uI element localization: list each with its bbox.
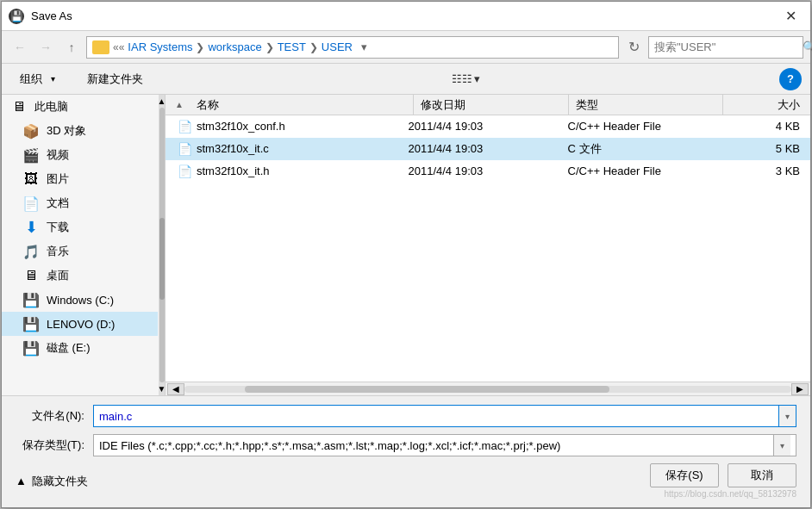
sidebar-item-lenovo-d[interactable]: 💾 LENOVO (D:) bbox=[2, 312, 158, 336]
sidebar-item-music-label: 音乐 bbox=[47, 244, 69, 259]
file-type-1: C 文件 bbox=[561, 141, 721, 157]
cancel-button[interactable]: 取消 bbox=[728, 463, 796, 487]
sidebar-item-documents[interactable]: 📄 文档 bbox=[2, 191, 158, 215]
sidebar-item-pictures-label: 图片 bbox=[47, 171, 69, 187]
filetype-select[interactable]: IDE Files (*.c;*.cpp;*.cc;*.h;*.hpp;*.s*… bbox=[93, 434, 796, 456]
toolbar: 组织 ▾ 新建文件夹 ☷☷ ▾ ? bbox=[2, 64, 810, 95]
hide-folders-button[interactable]: ▲ 隐藏文件夹 bbox=[16, 474, 88, 489]
disk-e-icon: 💾 bbox=[22, 339, 40, 357]
save-button[interactable]: 保存(S) bbox=[650, 463, 719, 487]
documents-icon: 📄 bbox=[22, 195, 40, 212]
file-size-2: 3 KB bbox=[721, 164, 808, 177]
table-row[interactable]: 📄 stm32f10x_it.c 2011/4/4 19:03 C 文件 5 K… bbox=[166, 138, 810, 160]
sidebar-item-disk-e-label: 磁盘 (E:) bbox=[47, 340, 91, 356]
search-icon: 🔍 bbox=[803, 40, 812, 53]
lenovo-d-icon: 💾 bbox=[22, 315, 40, 332]
file-list-body[interactable]: 📄 stm32f10x_conf.h 2011/4/4 19:03 C/C++ … bbox=[166, 115, 810, 382]
file-size-1: 5 KB bbox=[721, 142, 808, 155]
filename-input-wrapper: ▾ bbox=[93, 405, 796, 427]
sidebar-item-3d-objects[interactable]: 📦 3D 对象 bbox=[2, 119, 158, 143]
video-icon: 🎬 bbox=[22, 146, 40, 164]
file-date-1: 2011/4/4 19:03 bbox=[402, 142, 561, 155]
table-row[interactable]: 📄 stm32f10x_conf.h 2011/4/4 19:03 C/C++ … bbox=[166, 115, 810, 138]
filename-label: 文件名(N): bbox=[16, 408, 93, 424]
windows-c-icon: 💾 bbox=[22, 291, 40, 308]
filename-input[interactable] bbox=[93, 405, 779, 427]
sidebar-scroll-down[interactable]: ▼ bbox=[158, 384, 166, 394]
search-input[interactable] bbox=[654, 40, 799, 53]
file-name-2: 📄 stm32f10x_it.h bbox=[169, 163, 402, 180]
breadcrumb-part-2[interactable]: TEST bbox=[278, 40, 306, 53]
file-icon-1: 📄 bbox=[176, 140, 193, 158]
sidebar-item-this-pc-label: 此电脑 bbox=[34, 99, 68, 115]
breadcrumb-part-1[interactable]: workspace bbox=[208, 40, 261, 53]
sidebar-item-windows-c[interactable]: 💾 Windows (C:) bbox=[2, 288, 158, 312]
close-button[interactable]: ✕ bbox=[778, 5, 803, 28]
breadcrumb-part-0[interactable]: IAR Systems bbox=[128, 40, 192, 53]
sidebar-item-this-pc[interactable]: 🖥 此电脑 bbox=[2, 95, 158, 119]
sidebar-item-desktop-label: 桌面 bbox=[47, 268, 69, 283]
col-header-date[interactable]: 修改日期 bbox=[414, 95, 568, 115]
h-scroll-right[interactable]: ▶ bbox=[791, 383, 809, 395]
breadcrumb-folder-icon bbox=[92, 40, 109, 54]
save-as-dialog: Save As ✕ ← → ↑ «« IAR Systems ❯ workspa… bbox=[1, 1, 811, 508]
filename-dropdown[interactable]: ▾ bbox=[779, 405, 796, 427]
col-header-size[interactable]: 大小 bbox=[723, 95, 807, 115]
file-list: ▲ 名称 修改日期 类型 大小 📄 bbox=[166, 95, 810, 395]
breadcrumb-part-3[interactable]: USER bbox=[322, 40, 353, 53]
sidebar-item-desktop[interactable]: 🖥 桌面 bbox=[2, 264, 158, 288]
col-header-name[interactable]: 名称 bbox=[190, 95, 414, 115]
file-list-header: ▲ 名称 修改日期 类型 大小 bbox=[166, 95, 810, 115]
forward-button[interactable]: → bbox=[34, 36, 57, 59]
sidebar-item-3d-label: 3D 对象 bbox=[47, 123, 86, 139]
sidebar-item-disk-e[interactable]: 💾 磁盘 (E:) bbox=[2, 336, 158, 360]
breadcrumb-dropdown[interactable]: ▾ bbox=[356, 36, 373, 59]
col-header-type[interactable]: 类型 bbox=[569, 95, 723, 115]
back-button[interactable]: ← bbox=[9, 36, 31, 59]
nav-bar: ← → ↑ «« IAR Systems ❯ workspace ❯ TEST … bbox=[2, 31, 810, 64]
sidebar-item-windows-c-label: Windows (C:) bbox=[47, 294, 114, 307]
bottom-section: 文件名(N): ▾ 保存类型(T): IDE Files (*.c;*.cpp;… bbox=[2, 395, 810, 507]
filename-row: 文件名(N): ▾ bbox=[16, 405, 796, 427]
sidebar: ▲ ▼ 🖥 此电脑 📦 3D 对象 🎬 视频 bbox=[2, 95, 166, 395]
organize-button[interactable]: 组织 ▾ bbox=[10, 67, 69, 91]
dialog-icon bbox=[9, 9, 24, 24]
sidebar-item-music[interactable]: 🎵 音乐 bbox=[2, 239, 158, 264]
sidebar-item-pictures[interactable]: 🖼 图片 bbox=[2, 167, 158, 191]
sidebar-item-downloads[interactable]: ⬇ 下载 bbox=[2, 215, 158, 239]
downloads-icon: ⬇ bbox=[22, 219, 40, 236]
file-icon-0: 📄 bbox=[176, 118, 193, 135]
filetype-value: IDE Files (*.c;*.cpp;*.cc;*.h;*.hpp;*.s*… bbox=[99, 439, 773, 452]
new-folder-button[interactable]: 新建文件夹 bbox=[78, 67, 153, 91]
sidebar-scroll[interactable]: 🖥 此电脑 📦 3D 对象 🎬 视频 🖼 图片 📄 文档 bbox=[2, 95, 165, 395]
up-button[interactable]: ↑ bbox=[60, 36, 83, 59]
file-name-0: 📄 stm32f10x_conf.h bbox=[169, 118, 402, 135]
table-row[interactable]: 📄 stm32f10x_it.h 2011/4/4 19:03 C/C++ He… bbox=[166, 160, 810, 183]
h-scroll-left[interactable]: ◀ bbox=[167, 383, 184, 395]
pictures-icon: 🖼 bbox=[22, 171, 40, 188]
filetype-row: 保存类型(T): IDE Files (*.c;*.cpp;*.cc;*.h;*… bbox=[16, 434, 796, 456]
buttons-row: ▲ 隐藏文件夹 保存(S) 取消 https://blog.csdn.net/q… bbox=[16, 463, 796, 499]
file-date-2: 2011/4/4 19:03 bbox=[402, 164, 561, 177]
file-type-2: C/C++ Header File bbox=[561, 164, 721, 177]
view-icon: ☷☷ bbox=[452, 72, 472, 85]
view-button[interactable]: ☷☷ ▾ bbox=[446, 68, 486, 90]
sidebar-item-downloads-label: 下载 bbox=[47, 220, 69, 235]
file-size-0: 4 KB bbox=[721, 120, 808, 133]
breadcrumb: «« IAR Systems ❯ workspace ❯ TEST ❯ USER… bbox=[86, 36, 619, 59]
organize-dropdown-icon: ▾ bbox=[46, 72, 59, 86]
3d-objects-icon: 📦 bbox=[22, 122, 40, 140]
hide-folders-arrow-icon: ▲ bbox=[16, 475, 27, 487]
file-date-0: 2011/4/4 19:03 bbox=[402, 120, 561, 133]
h-scroll-track[interactable] bbox=[184, 386, 791, 393]
title-bar: Save As ✕ bbox=[2, 2, 810, 31]
organize-label: 组织 bbox=[20, 71, 42, 87]
help-button[interactable]: ? bbox=[779, 68, 802, 90]
search-bar: 🔍 bbox=[648, 36, 803, 59]
desktop-icon: 🖥 bbox=[22, 267, 40, 284]
sidebar-scroll-up[interactable]: ▲ bbox=[158, 96, 166, 106]
sidebar-item-documents-label: 文档 bbox=[47, 196, 69, 211]
refresh-button[interactable]: ↻ bbox=[622, 36, 645, 59]
horizontal-scrollbar[interactable]: ◀ ▶ bbox=[166, 382, 810, 395]
sidebar-item-video[interactable]: 🎬 视频 bbox=[2, 143, 158, 167]
